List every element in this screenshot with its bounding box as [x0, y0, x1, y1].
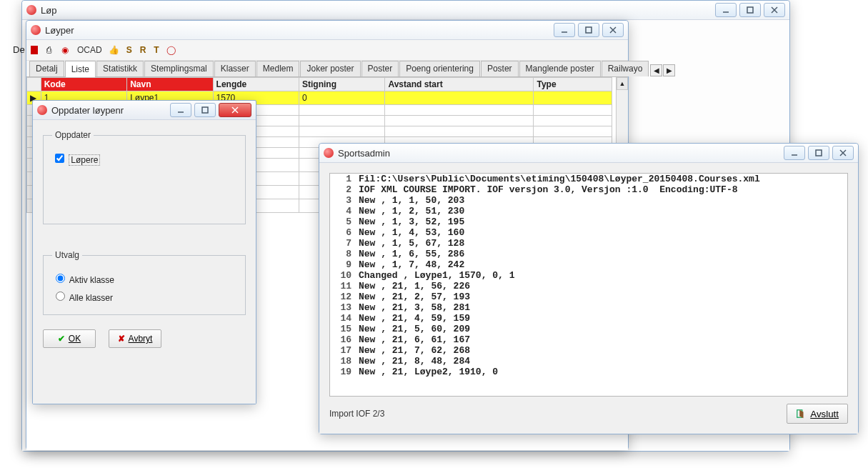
alle-klasser-radio[interactable] — [56, 292, 65, 301]
tab-klasser[interactable]: Klasser — [214, 61, 256, 76]
lopere-checkbox[interactable] — [55, 154, 64, 163]
tab-poeng-orientering[interactable]: Poeng orientering — [399, 61, 480, 76]
line-text: New , 1, 6, 55, 286 — [356, 249, 847, 259]
line-number: 6 — [330, 227, 356, 238]
maximize-button[interactable] — [194, 103, 216, 117]
tab-railwayo[interactable]: Railwayo — [602, 61, 649, 76]
line-number: 11 — [330, 281, 356, 292]
close-button[interactable] — [764, 3, 785, 17]
log-line: 10Changed , Løype1, 1570, 0, 1 — [330, 270, 847, 281]
cell-avstand[interactable] — [385, 126, 534, 137]
tab-poster[interactable]: Poster — [361, 61, 399, 76]
aktiv-klasse-label[interactable]: Aktiv klasse — [52, 272, 236, 285]
thumbs-icon[interactable]: 👍 — [109, 44, 120, 56]
col-avstand-start[interactable]: Avstand start — [385, 78, 534, 91]
line-text: Changed , Løype1, 1570, 0, 1 — [356, 270, 847, 281]
tab-detalj[interactable]: Detalj — [29, 61, 64, 76]
line-number: 16 — [330, 334, 356, 345]
alle-klasser-label[interactable]: Alle klasser — [52, 289, 236, 303]
log-panel[interactable]: 1Fil:C:\Users\Public\Documents\etiming\1… — [329, 173, 848, 397]
cell-avstand[interactable] — [385, 116, 534, 126]
tab-joker-poster[interactable]: Joker poster — [300, 61, 360, 76]
toolbar-letter-s[interactable]: S — [125, 45, 134, 55]
minimize-button[interactable] — [784, 146, 805, 160]
minimize-button[interactable] — [715, 3, 737, 17]
cell-stigning[interactable] — [299, 116, 385, 126]
app-icon — [37, 105, 47, 115]
log-line: 1Fil:C:\Users\Public\Documents\etiming\1… — [330, 174, 847, 184]
oppdater-titlebar[interactable]: Oppdater løypenr — [33, 101, 256, 119]
tab-left-button[interactable]: ◀ — [650, 64, 662, 76]
line-number: 14 — [330, 313, 356, 324]
col-type[interactable]: Type — [534, 78, 612, 91]
save-icon[interactable] — [31, 46, 38, 54]
ocad-button[interactable]: OCAD — [76, 45, 104, 55]
log-line: 9New , 1, 7, 48, 242 — [330, 259, 847, 270]
line-text: New , 1, 7, 48, 242 — [356, 259, 847, 270]
utvalg-legend: Utvalg — [52, 250, 82, 260]
cell-stigning[interactable] — [299, 126, 385, 137]
cancel-button[interactable]: ✘ Avbryt — [109, 329, 161, 348]
minimize-button[interactable] — [170, 103, 191, 117]
ok-button[interactable]: ✔ OK — [43, 329, 96, 348]
tab-right-button[interactable]: ▶ — [663, 64, 675, 76]
maximize-button[interactable] — [578, 23, 599, 37]
tab-stemplingsmal[interactable]: Stemplingsmal — [144, 61, 214, 76]
tab-statistikk[interactable]: Statistikk — [96, 61, 144, 76]
close-button[interactable] — [832, 146, 854, 160]
svg-rect-5 — [586, 27, 592, 33]
line-text: New , 1, 4, 53, 160 — [356, 227, 847, 238]
tab-medlem[interactable]: Medlem — [256, 61, 300, 76]
sportsadmin-titlebar[interactable]: Sportsadmin — [319, 144, 858, 162]
circle-icon[interactable]: ◯ — [166, 44, 177, 56]
print-icon[interactable]: ⎙ — [43, 44, 54, 56]
line-text: New , 1, 2, 51, 230 — [356, 206, 847, 216]
row-marker-header — [27, 78, 41, 91]
cell-stigning[interactable]: 0 — [299, 91, 385, 105]
toolbar-letter-t[interactable]: T — [152, 45, 160, 55]
oppdater-group: Oppdater Løpere — [43, 130, 246, 224]
log-line: 17New , 21, 7, 62, 268 — [330, 345, 847, 356]
tab-poster[interactable]: Poster — [481, 61, 519, 76]
cell-stigning[interactable] — [299, 105, 385, 116]
target-icon[interactable]: ◉ — [59, 44, 71, 56]
log-line: 16New , 21, 6, 61, 167 — [330, 334, 847, 345]
col-lengde[interactable]: Lengde — [213, 78, 299, 91]
aktiv-klasse-radio[interactable] — [56, 274, 65, 283]
line-text: New , 21, 5, 60, 209 — [356, 324, 847, 334]
avslutt-button[interactable]: Avslutt — [787, 404, 848, 424]
loyper-titlebar[interactable]: Løyper — [26, 21, 628, 39]
cell-type[interactable] — [534, 126, 612, 137]
lopere-label[interactable]: Løpere — [52, 151, 236, 165]
exit-icon — [796, 409, 806, 419]
app-icon — [31, 25, 41, 35]
col-stigning[interactable]: Stigning — [299, 78, 385, 91]
ok-label: OK — [69, 334, 81, 344]
cell-type[interactable] — [534, 116, 612, 126]
toolbar-letter-r[interactable]: R — [139, 45, 148, 55]
line-number: 7 — [330, 238, 356, 249]
x-icon: ✘ — [118, 334, 125, 344]
maximize-button[interactable] — [808, 146, 829, 160]
close-button[interactable] — [219, 103, 251, 117]
lop-titlebar[interactable]: Løp — [22, 1, 789, 19]
cell-type[interactable] — [534, 91, 612, 105]
tab-liste[interactable]: Liste — [65, 61, 96, 77]
log-line: 5New , 1, 3, 52, 195 — [330, 216, 847, 227]
close-button[interactable] — [602, 23, 624, 37]
cell-avstand[interactable] — [385, 105, 534, 116]
maximize-button[interactable] — [739, 3, 761, 17]
partial-text: De — [13, 44, 25, 55]
col-navn[interactable]: Navn — [127, 78, 213, 91]
log-line: 7New , 1, 5, 67, 128 — [330, 238, 847, 249]
scroll-up-button[interactable]: ▲ — [617, 77, 628, 90]
log-line: 14New , 21, 4, 59, 159 — [330, 313, 847, 324]
cell-type[interactable] — [534, 105, 612, 116]
line-text: New , 21, 4, 59, 159 — [356, 313, 847, 324]
minimize-button[interactable] — [554, 23, 575, 37]
cell-avstand[interactable] — [385, 91, 534, 105]
tab-manglende-poster[interactable]: Manglende poster — [519, 61, 601, 76]
col-kode[interactable]: Kode — [41, 78, 126, 91]
aktiv-klasse-text: Aktiv klasse — [69, 275, 114, 285]
line-text: New , 21, 1, 56, 226 — [356, 281, 847, 292]
